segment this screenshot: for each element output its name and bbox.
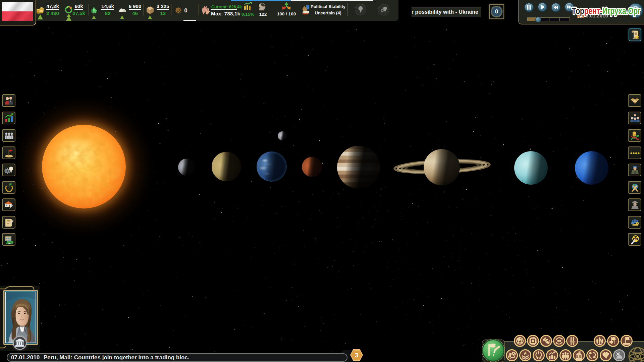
svg-text:3: 3: [355, 352, 359, 359]
svg-text:Торрент-Игруха.Орг: Торрент-Игруха.Орг: [572, 6, 641, 16]
